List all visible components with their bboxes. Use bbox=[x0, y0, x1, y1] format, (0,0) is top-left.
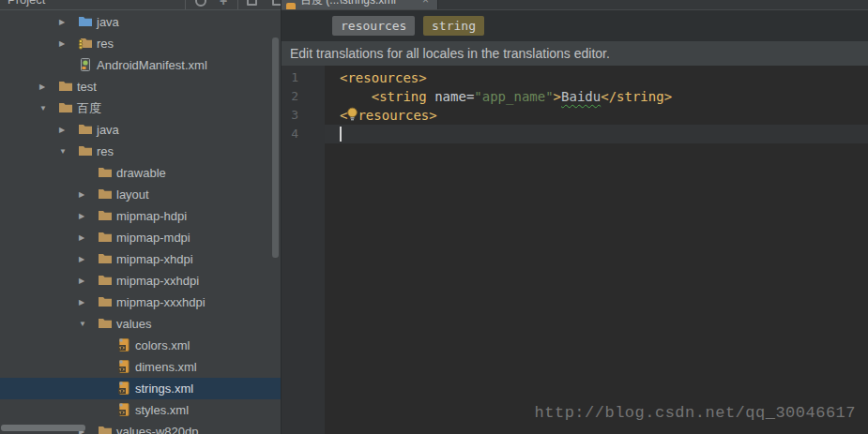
tree-item-androidmanifest[interactable]: AndroidManifest.xml bbox=[0, 54, 281, 76]
tree-item-layout[interactable]: ▶ layout bbox=[0, 184, 281, 205]
folder-icon bbox=[58, 79, 73, 94]
resources-folder-icon bbox=[78, 36, 93, 51]
xml-tag: resources> bbox=[358, 108, 436, 123]
translations-banner: Edit translations for all locales in the… bbox=[282, 41, 868, 66]
folder-icon bbox=[78, 122, 93, 137]
breadcrumb: resources string bbox=[282, 10, 868, 41]
tree-item-label: 百度 bbox=[77, 97, 101, 119]
tree-item-colors-xml[interactable]: colors.xml bbox=[0, 335, 281, 356]
tree-horizontal-scrollbar[interactable] bbox=[1, 425, 85, 431]
chevron-right-icon[interactable]: ▶ bbox=[79, 248, 84, 270]
tree-item-label: mipmap-xhdpi bbox=[116, 248, 193, 270]
ide-window: Project + ▶ java ▶ res AndroidManifest.x… bbox=[0, 0, 868, 434]
xml-file-icon bbox=[116, 359, 131, 374]
line-number: 3 bbox=[282, 106, 298, 125]
chevron-right-icon[interactable]: ▶ bbox=[79, 205, 84, 227]
xml-attribute-value: "app_name" bbox=[474, 89, 553, 104]
watermark: http://blog.csdn.net/qq_30046617 bbox=[535, 404, 856, 422]
xml-tag: <string bbox=[372, 89, 427, 104]
code-line-2: <string name="app_name">Baidu</string> bbox=[325, 87, 672, 106]
tree-item-label: java bbox=[97, 11, 119, 33]
toolbar-divider bbox=[185, 0, 186, 9]
chevron-down-icon[interactable]: ▼ bbox=[79, 313, 86, 335]
tree-item-label: mipmap-hdpi bbox=[116, 205, 187, 227]
tree-item-strings-xml[interactable]: strings.xml bbox=[0, 378, 281, 399]
code-editor[interactable]: 1 2 3 4 <resources> <string name="app_na… bbox=[282, 66, 868, 434]
tab-strings-xml[interactable]: 百度 (...\strings.xml × bbox=[282, 0, 438, 9]
chevron-right-icon[interactable]: ▶ bbox=[79, 270, 84, 292]
tree-item-label: res bbox=[97, 33, 114, 54]
tree-item-label: mipmap-xxxhdpi bbox=[116, 292, 206, 313]
code-line-1: <resources> bbox=[325, 68, 427, 87]
tree-item-test[interactable]: ▶ test bbox=[0, 76, 281, 97]
tree-item-drawable[interactable]: drawable bbox=[0, 162, 281, 184]
tree-item-mipmap-mdpi[interactable]: ▶ mipmap-mdpi bbox=[0, 227, 281, 248]
tree-item-label: styles.xml bbox=[135, 399, 189, 421]
chevron-right-icon[interactable]: ▶ bbox=[59, 119, 65, 141]
tree-item-mipmap-xhdpi[interactable]: ▶ mipmap-xhdpi bbox=[0, 248, 281, 270]
close-icon[interactable]: × bbox=[422, 0, 429, 7]
hide-panel-icon[interactable] bbox=[272, 0, 281, 6]
code-line-4 bbox=[325, 125, 340, 143]
editor-tab-bar: 百度 (...\strings.xml × bbox=[282, 0, 868, 10]
chevron-down-icon[interactable]: ▼ bbox=[59, 141, 67, 162]
tree-item-values[interactable]: ▼ values bbox=[0, 313, 281, 335]
xml-tag: </string> bbox=[601, 89, 672, 104]
xml-file-icon bbox=[116, 381, 131, 396]
tab-label: 百度 (...\strings.xml bbox=[300, 0, 396, 8]
chevron-right-icon[interactable]: ▶ bbox=[59, 33, 65, 54]
tree-item-label: mipmap-mdpi bbox=[116, 227, 190, 248]
breadcrumb-resources[interactable]: resources bbox=[332, 16, 415, 36]
folder-icon bbox=[98, 187, 113, 202]
chevron-right-icon[interactable]: ▶ bbox=[59, 11, 65, 33]
project-panel: Project + ▶ java ▶ res AndroidManifest.x… bbox=[0, 0, 281, 434]
collapse-all-icon[interactable] bbox=[247, 0, 257, 6]
chevron-right-icon[interactable]: ▶ bbox=[79, 227, 84, 248]
editor-area: 百度 (...\strings.xml × resources string E… bbox=[282, 0, 868, 434]
banner-text: Edit translations for all locales in the… bbox=[290, 41, 610, 66]
chevron-down-icon[interactable]: ▼ bbox=[39, 97, 47, 119]
xml-tag: <resources> bbox=[340, 70, 427, 85]
folder-icon bbox=[98, 230, 113, 245]
tree-item-label: dimens.xml bbox=[135, 356, 197, 378]
tree-item-label: AndroidManifest.xml bbox=[97, 54, 207, 76]
tree-item-baidu-module[interactable]: ▼ 百度 bbox=[0, 97, 281, 119]
folder-icon bbox=[98, 273, 113, 288]
android-manifest-file-icon bbox=[78, 57, 93, 72]
folder-icon bbox=[98, 294, 113, 309]
add-icon[interactable]: + bbox=[220, 0, 227, 8]
folder-icon bbox=[58, 100, 73, 115]
tree-vertical-scrollbar[interactable] bbox=[272, 37, 279, 258]
tree-item-label: java bbox=[97, 119, 119, 141]
tree-item-label: mipmap-xxhdpi bbox=[116, 270, 199, 292]
tree-item-styles-xml[interactable]: styles.xml bbox=[0, 399, 281, 421]
line-number: 2 bbox=[282, 87, 298, 106]
tree-item-mipmap-xxhdpi[interactable]: ▶ mipmap-xxhdpi bbox=[0, 270, 281, 292]
line-number: 1 bbox=[282, 68, 298, 87]
tree-item-label: values-w820dp bbox=[116, 421, 198, 434]
tree-item-label: res bbox=[97, 141, 114, 162]
tree-item-mipmap-hdpi[interactable]: ▶ mipmap-hdpi bbox=[0, 205, 281, 227]
tree-item-java[interactable]: ▶ java bbox=[0, 119, 281, 141]
chevron-right-icon[interactable]: ▶ bbox=[79, 184, 84, 205]
tree-item-label: values bbox=[116, 313, 152, 335]
chevron-right-icon[interactable]: ▶ bbox=[79, 292, 84, 313]
tree-item-java[interactable]: ▶ java bbox=[0, 11, 281, 33]
tree-item-res[interactable]: ▶ res bbox=[0, 33, 281, 54]
folder-icon bbox=[78, 143, 93, 158]
caret-line-highlight bbox=[325, 125, 868, 143]
project-panel-header: Project + bbox=[0, 0, 281, 10]
tree-item-mipmap-xxxhdpi[interactable]: ▶ mipmap-xxxhdpi bbox=[0, 292, 281, 313]
code-line-3: <resources> bbox=[325, 106, 437, 125]
line-number-gutter: 1 2 3 4 bbox=[282, 66, 325, 434]
tree-item-res[interactable]: ▼ res bbox=[0, 141, 281, 162]
gear-icon[interactable] bbox=[195, 0, 206, 7]
tree-item-label: drawable bbox=[116, 162, 166, 184]
xml-file-icon bbox=[286, 3, 296, 9]
tree-item-dimens-xml[interactable]: dimens.xml bbox=[0, 356, 281, 378]
chevron-right-icon[interactable]: ▶ bbox=[39, 76, 45, 97]
folder-icon bbox=[98, 316, 113, 331]
breadcrumb-string[interactable]: string bbox=[423, 16, 484, 36]
line-number: 4 bbox=[282, 125, 298, 143]
indent bbox=[340, 89, 372, 104]
